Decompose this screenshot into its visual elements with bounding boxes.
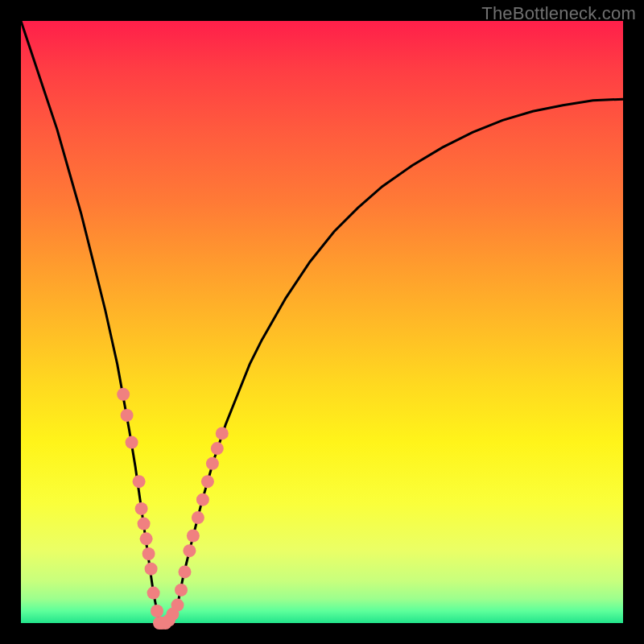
chart-svg (21, 21, 623, 623)
overlay-dot (145, 563, 158, 576)
overlay-dot (151, 605, 163, 617)
overlay-dot (138, 518, 151, 530)
overlay-dot (147, 587, 160, 600)
overlay-dot (179, 565, 192, 578)
overlay-dot (192, 511, 204, 524)
overlay-dot (117, 388, 130, 401)
overlay-dot (126, 436, 138, 449)
overlay-dot (206, 457, 219, 470)
overlay-dot (140, 532, 153, 545)
watermark-text: TheBottleneck.com (481, 3, 636, 24)
overlay-dot (121, 409, 134, 422)
chart-plot-area (21, 21, 623, 623)
overlay-dot (196, 493, 209, 506)
overlay-dot (135, 502, 148, 515)
chart-frame: TheBottleneck.com (0, 0, 644, 644)
overlay-dot (211, 442, 224, 455)
overlay-dot (187, 530, 200, 543)
overlay-dot (171, 599, 184, 612)
overlay-dot-group (117, 388, 229, 630)
bottleneck-curve (21, 21, 623, 623)
overlay-dot (142, 547, 155, 560)
overlay-dot (175, 584, 188, 597)
overlay-dot (201, 475, 214, 488)
overlay-dot (216, 427, 229, 440)
overlay-dot (183, 544, 196, 557)
overlay-dot (133, 475, 146, 488)
